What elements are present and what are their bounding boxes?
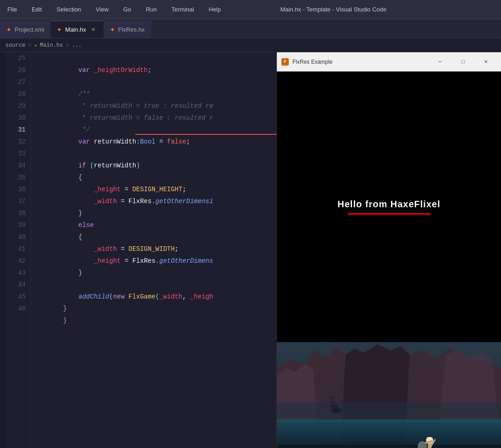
svg-point-11 (330, 404, 338, 408)
app-icon-text: F (284, 60, 286, 64)
line-num-40: 40 (6, 231, 26, 243)
breadcrumb-file[interactable]: Main.hx (40, 42, 63, 49)
tab-close-button[interactable]: ✕ (90, 26, 97, 33)
line-num-44: 44 (6, 279, 26, 291)
line-num-26: 26 (6, 64, 26, 76)
hello-text: Hello from HaxeFlixel (286, 199, 492, 210)
breadcrumb-sep-2: > (66, 42, 69, 49)
line-num-35: 35 (6, 171, 26, 183)
line-num-33: 33 (6, 148, 26, 160)
tab-flxres-hx[interactable]: ✦ FlxRes.hx (104, 21, 151, 38)
line-num-32: 32 (6, 136, 26, 148)
svg-point-14 (329, 392, 333, 395)
hx-icon: ✦ (57, 27, 61, 33)
menu-go[interactable]: Go (121, 4, 134, 15)
game-scene (277, 342, 501, 448)
svg-point-12 (330, 400, 336, 404)
breadcrumb-source[interactable]: source (6, 42, 25, 49)
breadcrumb-more[interactable]: ... (72, 42, 82, 49)
tab-label: Project.xml (15, 26, 44, 33)
menu-selection[interactable]: Selection (54, 4, 83, 15)
line-num-42: 42 (6, 255, 26, 267)
app-window: F FlxRes Example — □ ✕ Hello from HaxeFl… (276, 52, 501, 448)
line-num-43: 43 (6, 267, 26, 279)
tab-label: FlxRes.hx (118, 26, 145, 33)
line-num-46: 46 (6, 303, 26, 315)
menu-view[interactable]: View (93, 4, 111, 15)
error-underline (135, 134, 300, 135)
line-num-29: 29 (6, 100, 26, 112)
menu-edit[interactable]: Edit (29, 4, 44, 15)
breadcrumb: source > ✦ Main.hx > ... (0, 39, 501, 52)
svg-rect-6 (277, 402, 501, 419)
line-num-39: 39 (6, 219, 26, 231)
tab-label: Main.hx (65, 26, 86, 33)
cursor-line-indicator (4, 52, 6, 448)
line-numbers: 25 26 27 28 29 30 31 32 33 34 35 36 37 3… (6, 52, 31, 448)
line-num-28: 28 (6, 88, 26, 100)
close-button[interactable]: ✕ (475, 55, 496, 69)
game-area-top: Hello from HaxeFlixel (277, 72, 501, 342)
tab-main-hx[interactable]: ✦ Main.hx ✕ (50, 21, 104, 38)
svg-point-15 (329, 389, 331, 392)
xml-icon: ✦ (6, 27, 11, 33)
menu-file[interactable]: File (5, 4, 20, 15)
line-num-27: 27 (6, 76, 26, 88)
tab-project-xml[interactable]: ✦ Project.xml (0, 21, 50, 38)
line-num-37: 37 (6, 195, 26, 207)
maximize-button[interactable]: □ (452, 55, 473, 69)
line-num-36: 36 (6, 183, 26, 195)
svg-point-10 (331, 408, 342, 413)
line-num-45: 45 (6, 291, 26, 303)
menu-run[interactable]: Run (143, 4, 160, 15)
line-num-41: 41 (6, 243, 26, 255)
underline-decoration (348, 213, 430, 215)
menu-help[interactable]: Help (206, 4, 224, 15)
activity-bar (0, 52, 6, 448)
hx-breadcrumb-icon: ✦ (34, 42, 37, 48)
tabs-bar: ✦ Project.xml ✦ Main.hx ✕ ✦ FlxRes.hx (0, 19, 501, 39)
window-controls: — □ ✕ (429, 55, 496, 69)
line-num-31: 31 (6, 124, 26, 136)
ground-platform-svg (277, 437, 501, 448)
minimize-button[interactable]: — (429, 55, 451, 69)
app-title-bar: F FlxRes Example — □ ✕ (277, 52, 501, 72)
editor-area: 25 26 27 28 29 30 31 32 33 34 35 36 37 3… (0, 52, 501, 448)
hx-icon-2: ✦ (110, 27, 115, 33)
app-icon: F (281, 58, 289, 66)
brace-close-46: } (63, 317, 66, 324)
line-num-25: 25 (6, 52, 26, 64)
app-title-text: FlxRes Example (292, 59, 426, 65)
line-num-30: 30 (6, 112, 26, 124)
svg-point-13 (330, 396, 334, 399)
line-num-34: 34 (6, 160, 26, 171)
title-bar: File Edit Selection View Go Run Terminal… (0, 0, 501, 19)
menu-terminal[interactable]: Terminal (169, 4, 197, 15)
game-area-bottom (277, 342, 501, 448)
window-title: Main.hx - Template - Visual Studio Code (281, 6, 386, 13)
line-num-38: 38 (6, 207, 26, 219)
background-cliffs-svg (277, 342, 501, 445)
breadcrumb-sep-1: > (28, 42, 31, 49)
